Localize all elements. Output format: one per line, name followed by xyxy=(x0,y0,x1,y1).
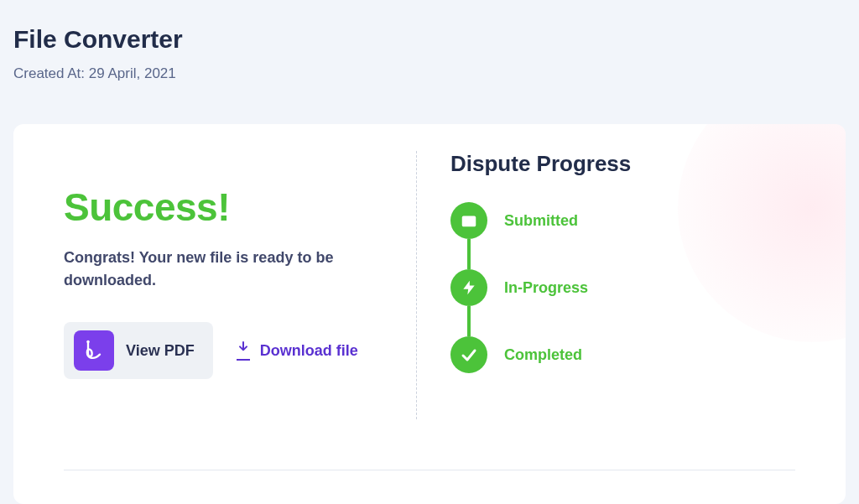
progress-step-label: Completed xyxy=(504,346,582,364)
progress-step-inprogress: In-Progress xyxy=(450,269,795,306)
card-divider xyxy=(64,470,795,470)
bolt-icon xyxy=(450,269,487,306)
success-title: Success! xyxy=(64,184,391,230)
progress-title: Dispute Progress xyxy=(450,151,795,177)
svg-point-0 xyxy=(86,340,90,344)
progress-step-label: In-Progress xyxy=(504,279,588,297)
progress-panel: Dispute Progress Submitted xyxy=(417,151,795,419)
envelope-icon xyxy=(450,202,487,239)
step-connector xyxy=(467,306,471,336)
pdf-icon xyxy=(74,330,114,371)
progress-step-label: Submitted xyxy=(504,212,578,230)
progress-step-completed: Completed xyxy=(450,336,795,373)
page-subtitle: Created At: 29 April, 2021 xyxy=(13,65,846,82)
download-file-link[interactable]: Download file xyxy=(237,340,358,361)
success-message: Congrats! Your new file is ready to be d… xyxy=(64,247,391,292)
view-pdf-label: View PDF xyxy=(126,342,195,360)
main-card: Success! Congrats! Your new file is read… xyxy=(13,124,846,504)
page-header: File Converter Created At: 29 April, 202… xyxy=(0,0,859,91)
step-connector xyxy=(467,239,471,269)
page-title: File Converter xyxy=(13,25,846,54)
download-icon xyxy=(237,340,250,361)
success-panel: Success! Congrats! Your new file is read… xyxy=(64,184,416,419)
check-icon xyxy=(450,336,487,373)
progress-step-submitted: Submitted xyxy=(450,202,795,239)
download-file-label: Download file xyxy=(260,342,358,360)
view-pdf-button[interactable]: View PDF xyxy=(64,322,213,379)
